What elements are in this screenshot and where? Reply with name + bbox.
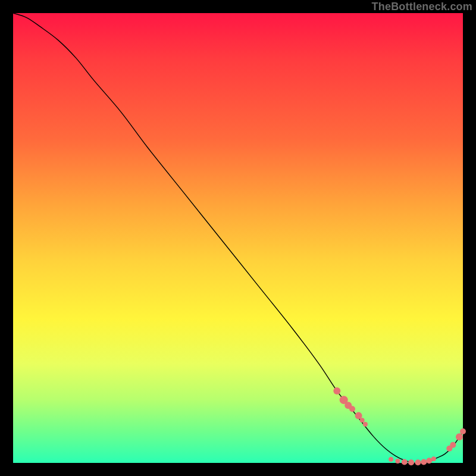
scatter-dot bbox=[349, 406, 355, 412]
chart-stage: TheBottleneck.com bbox=[0, 0, 476, 476]
scatter-dot bbox=[360, 418, 365, 422]
scatter-dot bbox=[415, 459, 421, 465]
scatter-dot bbox=[363, 422, 368, 427]
scatter-dot bbox=[431, 456, 436, 461]
scatter-dot bbox=[389, 457, 393, 462]
scatter-dot bbox=[395, 459, 400, 464]
scatter-dot bbox=[408, 459, 414, 465]
chart-overlay bbox=[13, 13, 463, 463]
scatter-dot bbox=[421, 459, 427, 465]
scatter-dot bbox=[333, 387, 340, 394]
scatter-dots bbox=[333, 387, 466, 465]
scatter-dot bbox=[456, 433, 463, 440]
watermark-label: TheBottleneck.com bbox=[372, 1, 472, 13]
scatter-dot bbox=[402, 459, 408, 465]
scatter-dot bbox=[426, 458, 432, 464]
bottleneck-curve bbox=[13, 13, 463, 464]
scatter-dot bbox=[460, 428, 466, 434]
scatter-dot bbox=[450, 442, 456, 448]
